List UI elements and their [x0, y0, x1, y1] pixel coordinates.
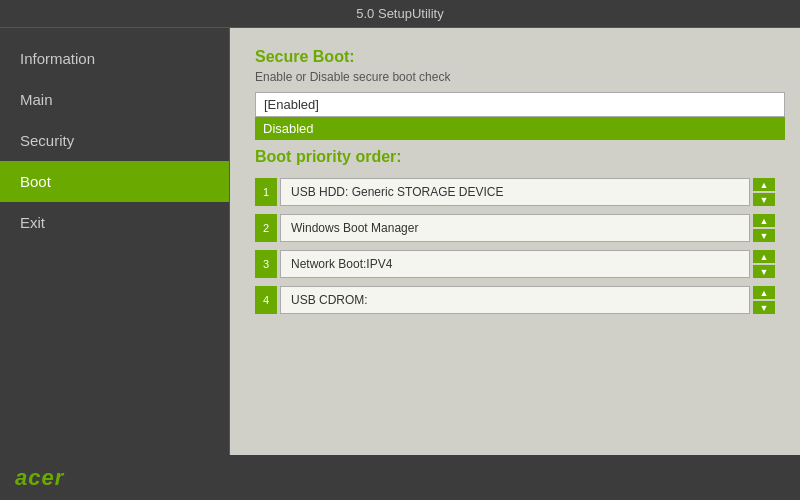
sidebar-item-main[interactable]: Main [0, 79, 229, 120]
sidebar-item-information[interactable]: Information [0, 38, 229, 79]
boot-arrows-4: ▲ ▼ [753, 286, 775, 314]
sidebar-item-boot[interactable]: Boot [0, 161, 229, 202]
boot-up-arrow-3[interactable]: ▲ [753, 250, 775, 263]
main-area: Information Main Security Boot Exit Secu… [0, 28, 800, 455]
sidebar-label-information: Information [20, 50, 95, 67]
sidebar-label-security: Security [20, 132, 74, 149]
sidebar-item-security[interactable]: Security [0, 120, 229, 161]
boot-label-4: USB CDROM: [280, 286, 750, 314]
boot-down-arrow-3[interactable]: ▼ [753, 265, 775, 278]
boot-priority-title: Boot priority order: [255, 148, 775, 166]
sidebar-item-exit[interactable]: Exit [0, 202, 229, 243]
boot-up-arrow-2[interactable]: ▲ [753, 214, 775, 227]
boot-arrows-2: ▲ ▼ [753, 214, 775, 242]
secure-boot-title: Secure Boot: [255, 48, 775, 66]
dropdown-disabled-option[interactable]: Disabled [255, 117, 785, 140]
secure-boot-desc: Enable or Disable secure boot check [255, 70, 775, 84]
boot-number-3: 3 [255, 250, 277, 278]
acer-logo: acer [15, 465, 64, 491]
content-area: Secure Boot: Enable or Disable secure bo… [230, 28, 800, 455]
boot-entry-4: 4 USB CDROM: ▲ ▼ [255, 286, 775, 314]
boot-label-3: Network Boot:IPV4 [280, 250, 750, 278]
boot-down-arrow-4[interactable]: ▼ [753, 301, 775, 314]
secure-boot-dropdown[interactable]: [Enabled] Disabled [255, 92, 775, 140]
boot-down-arrow-2[interactable]: ▼ [753, 229, 775, 242]
title-text: 5.0 SetupUtility [356, 6, 443, 21]
boot-entry-2: 2 Windows Boot Manager ▲ ▼ [255, 214, 775, 242]
boot-priority-section: Boot priority order: 1 USB HDD: Generic … [255, 148, 775, 314]
sidebar-label-main: Main [20, 91, 53, 108]
boot-number-2: 2 [255, 214, 277, 242]
boot-down-arrow-1[interactable]: ▼ [753, 193, 775, 206]
dropdown-selected-option[interactable]: [Enabled] [255, 92, 785, 117]
boot-label-1: USB HDD: Generic STORAGE DEVICE [280, 178, 750, 206]
boot-entry-1: 1 USB HDD: Generic STORAGE DEVICE ▲ ▼ [255, 178, 775, 206]
title-bar: 5.0 SetupUtility [0, 0, 800, 28]
sidebar-label-boot: Boot [20, 173, 51, 190]
bios-screen: 5.0 SetupUtility Information Main Securi… [0, 0, 800, 500]
boot-up-arrow-4[interactable]: ▲ [753, 286, 775, 299]
footer: acer [0, 455, 800, 500]
boot-up-arrow-1[interactable]: ▲ [753, 178, 775, 191]
boot-number-4: 4 [255, 286, 277, 314]
boot-number-1: 1 [255, 178, 277, 206]
secure-boot-section: Secure Boot: Enable or Disable secure bo… [255, 48, 775, 140]
boot-label-2: Windows Boot Manager [280, 214, 750, 242]
sidebar-label-exit: Exit [20, 214, 45, 231]
sidebar: Information Main Security Boot Exit [0, 28, 230, 455]
boot-entry-3: 3 Network Boot:IPV4 ▲ ▼ [255, 250, 775, 278]
boot-arrows-1: ▲ ▼ [753, 178, 775, 206]
boot-arrows-3: ▲ ▼ [753, 250, 775, 278]
